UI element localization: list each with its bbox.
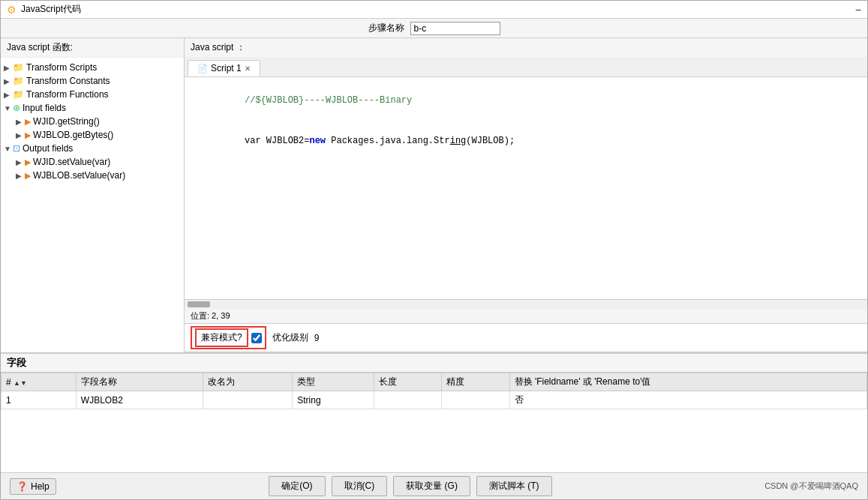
- compat-bar: 兼容模式? 优化级别 9: [185, 323, 867, 352]
- compat-label: 兼容模式?: [195, 328, 248, 347]
- test-script-button[interactable]: 测试脚本 (T): [476, 476, 552, 496]
- cell-replace: 否: [509, 391, 866, 409]
- col-length: 长度: [374, 373, 441, 391]
- tree-item-transform-scripts[interactable]: ▶ 📁 Transform Scripts: [1, 61, 184, 74]
- label-transform-constants: Transform Constants: [26, 76, 110, 86]
- label-wjblob-getbytes: WJBLOB.getBytes(): [33, 130, 113, 140]
- code-packages: Packages.java.lang.Str: [326, 136, 450, 146]
- code-line-2: var WJBLOB2=new Packages.java.lang.Strin…: [191, 121, 861, 161]
- script-tab-label: Script 1: [211, 63, 242, 73]
- cell-name: WJBLOB2: [76, 391, 203, 409]
- cancel-button[interactable]: 取消(C): [332, 476, 388, 496]
- folder-icon-transform-constants: 📁: [13, 76, 24, 86]
- col-num-label: #: [6, 377, 11, 388]
- col-name: 字段名称: [76, 373, 203, 391]
- main-window: ⚙ JavaScript代码 − 步骤名称 Java script 函数: ▶ …: [0, 0, 868, 500]
- cell-type: String: [293, 391, 374, 409]
- step-name-bar: 步骤名称: [1, 19, 867, 38]
- arrow-transform-functions: ▶: [4, 91, 13, 99]
- tree-item-output-fields[interactable]: ▼ ⊡ Output fields: [1, 142, 184, 155]
- fields-table: # ▲▼ 字段名称 改名为 类型 长度 精度 替换 'Fieldname' 或 …: [1, 373, 867, 409]
- label-transform-functions: Transform Functions: [26, 89, 109, 100]
- action-bar-left: ❓ Help: [10, 478, 56, 495]
- label-input-fields: Input fields: [23, 103, 66, 113]
- right-panel-header: Java script ：: [185, 38, 867, 58]
- watermark: CSDN @不爱喝啤酒QAQ: [764, 481, 858, 492]
- tree-container: ▶ 📁 Transform Scripts ▶ 📁 Transform Cons…: [1, 58, 184, 352]
- compat-checkbox[interactable]: [251, 333, 262, 343]
- optim-label: 优化级别: [272, 331, 308, 344]
- left-panel-header: Java script 函数:: [1, 38, 184, 58]
- col-type: 类型: [293, 373, 374, 391]
- script-tab-bar: 📄 Script 1 ✕: [185, 58, 867, 77]
- confirm-button[interactable]: 确定(O): [269, 476, 325, 496]
- label-wjid-getstring: WJID.getString(): [33, 116, 100, 127]
- left-panel: Java script 函数: ▶ 📁 Transform Scripts ▶ …: [1, 38, 185, 352]
- col-num: # ▲▼: [2, 373, 77, 391]
- icon-wjblob-setvalue: ▶: [25, 171, 31, 181]
- scrollbar-area[interactable]: [185, 299, 867, 308]
- sort-arrow-num[interactable]: ▲▼: [14, 379, 27, 387]
- cell-length: [374, 391, 441, 409]
- fields-section: 字段 # ▲▼ 字段名称 改名为 类型 长度 精度 替换 'Fieldname'…: [1, 352, 867, 472]
- optim-value: 9: [314, 333, 320, 343]
- arrow-transform-constants: ▶: [4, 77, 13, 85]
- label-wjid-setvalue: WJID.setValue(var): [33, 157, 110, 167]
- code-var: var WJBLOB2=: [245, 136, 309, 146]
- script-tab-close[interactable]: ✕: [245, 64, 251, 73]
- col-rename: 改名为: [203, 373, 293, 391]
- step-name-input[interactable]: [410, 22, 500, 35]
- main-content: Java script 函数: ▶ 📁 Transform Scripts ▶ …: [1, 38, 867, 352]
- action-bar-center: 确定(O) 取消(C) 获取变量 (G) 测试脚本 (T): [269, 476, 551, 496]
- folder-icon-transform-functions: 📁: [13, 89, 24, 100]
- col-replace: 替换 'Fieldname' 或 'Rename to'值: [509, 373, 866, 391]
- icon-wjid-setvalue: ▶: [25, 157, 31, 167]
- icon-wjblob-getbytes: ▶: [25, 130, 31, 140]
- window-close-button[interactable]: −: [855, 4, 861, 16]
- get-vars-button[interactable]: 获取变量 (G): [393, 476, 470, 496]
- window-title: JavaScript代码: [21, 3, 81, 16]
- script-tab-1[interactable]: 📄 Script 1 ✕: [188, 60, 260, 76]
- tree-item-input-fields[interactable]: ▼ ⊕ Input fields: [1, 101, 184, 115]
- step-name-label: 步骤名称: [368, 22, 404, 34]
- help-button[interactable]: ❓ Help: [10, 478, 56, 495]
- code-new: new: [309, 136, 326, 146]
- title-bar-left: ⚙ JavaScript代码: [7, 3, 81, 16]
- folder-icon-output-fields: ⊡: [13, 143, 20, 154]
- arrow-output-fields: ▼: [4, 145, 13, 153]
- table-row: 1 WJBLOB2 String 否: [2, 391, 867, 409]
- cell-num: 1: [2, 391, 77, 409]
- position-bar: 位置: 2, 39: [185, 308, 867, 323]
- code-end: (WJBLOB);: [466, 136, 515, 146]
- code-comment-1: //${WJBLOB}----WJBLOB----Binary: [245, 95, 412, 106]
- cell-rename: [203, 391, 293, 409]
- arrow-wjblob-getbytes: ▶: [16, 131, 25, 139]
- arrow-input-fields: ▼: [4, 104, 13, 112]
- code-ing: ing: [450, 136, 467, 146]
- code-editor[interactable]: //${WJBLOB}----WJBLOB----Binary var WJBL…: [185, 77, 867, 299]
- arrow-wjblob-setvalue: ▶: [16, 172, 25, 180]
- tree-item-wjid-setvalue[interactable]: ▶ ▶ WJID.setValue(var): [1, 155, 184, 169]
- help-icon: ❓: [17, 481, 28, 492]
- col-precision: 精度: [442, 373, 509, 391]
- action-bar: ❓ Help 确定(O) 取消(C) 获取变量 (G) 测试脚本 (T) CSD…: [1, 472, 867, 499]
- tree-item-transform-functions[interactable]: ▶ 📁 Transform Functions: [1, 88, 184, 101]
- script-tab-icon: 📄: [197, 64, 208, 73]
- cell-precision: [442, 391, 509, 409]
- code-line-1: //${WJBLOB}----WJBLOB----Binary: [191, 80, 861, 121]
- title-icon: ⚙: [7, 4, 17, 16]
- tree-item-wjblob-setvalue[interactable]: ▶ ▶ WJBLOB.setValue(var): [1, 169, 184, 182]
- fields-header: 字段: [1, 354, 867, 373]
- arrow-wjid-setvalue: ▶: [16, 158, 25, 166]
- title-bar: ⚙ JavaScript代码 −: [1, 1, 867, 19]
- label-wjblob-setvalue: WJBLOB.setValue(var): [33, 170, 125, 181]
- folder-icon-input-fields: ⊕: [13, 103, 20, 113]
- help-label: Help: [31, 481, 50, 492]
- arrow-wjid-getstring: ▶: [16, 118, 25, 126]
- tree-item-wjid-getstring[interactable]: ▶ ▶ WJID.getString(): [1, 115, 184, 128]
- tree-item-wjblob-getbytes[interactable]: ▶ ▶ WJBLOB.getBytes(): [1, 128, 184, 142]
- label-transform-scripts: Transform Scripts: [26, 62, 97, 73]
- position-text: 位置: 2, 39: [191, 311, 230, 320]
- scroll-thumb[interactable]: [188, 301, 210, 307]
- tree-item-transform-constants[interactable]: ▶ 📁 Transform Constants: [1, 74, 184, 88]
